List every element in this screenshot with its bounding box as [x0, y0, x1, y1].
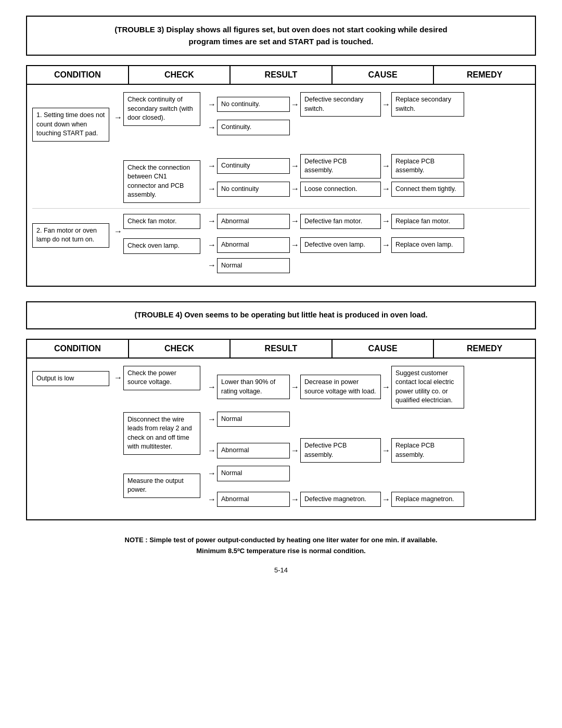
header-result-1: RESULT — [231, 66, 333, 85]
arrow-t4-c2a: → — [290, 446, 300, 455]
check1-block: Check continuity of secondary switch (wi… — [123, 92, 207, 126]
arrow-check1-res1a: → — [207, 100, 217, 109]
result-box-t4-3a: Abnormal — [217, 492, 290, 507]
check-t4-3: Measure the output power. — [123, 474, 207, 498]
remedy-box-fan: Replace fan motor. — [391, 214, 464, 229]
trouble3-group2: 2. Fan motor or oven lamp do not turn on… — [32, 208, 530, 274]
arrow-cond2-check: → — [113, 214, 123, 236]
arrow-t4-rem1a: → — [381, 382, 391, 392]
arrow-t4-r2b: → — [207, 469, 217, 478]
result-box-normal: Normal — [217, 258, 290, 274]
check-box-2: Check the connection between CN1 connect… — [123, 160, 200, 203]
result-row-normal: → Normal — [207, 258, 530, 274]
result-row-2b: → No continuity → Loose connection. → Co… — [207, 182, 530, 197]
remedy-box-2b: Connect them tightly. — [391, 182, 464, 197]
remedy-box-lamp: Replace oven lamp. — [391, 237, 464, 253]
result-cause-remedy-col2: → Abnormal → Defective fan motor. → Repl… — [207, 214, 530, 274]
arrow-t4-cond-check: → — [113, 366, 123, 382]
arrow-check2-res2a: → — [207, 161, 217, 171]
arrow-cause2a-remedy: → — [381, 161, 391, 171]
arrow-lamp-remedy: → — [381, 240, 391, 250]
check-connector-v — [123, 131, 207, 134]
header-condition-4: CONDITION — [27, 340, 129, 359]
page-number: 5-14 — [26, 566, 536, 574]
check-t4-2: Disconnect the wire leads from relay 2 a… — [123, 412, 207, 455]
trouble4-group1: Output is low → Check the power source v… — [32, 366, 530, 507]
result-row-t4-3a: → Abnormal → Defective magnetron. → Repl… — [207, 492, 530, 507]
arrow-t4-rem2a: → — [381, 446, 391, 455]
result-box-lamp: Abnormal — [217, 237, 290, 253]
check-col-t4: Check the power source voltage. Disconne… — [123, 366, 207, 498]
header-cause-1: CAUSE — [333, 66, 435, 85]
cause-box-fan: Defective fan motor. — [300, 214, 381, 229]
check-box-fanmotor: Check fan motor. — [123, 214, 200, 229]
result-row-1a: → No continuity. → Defective secondary s… — [207, 92, 530, 117]
arrow-fan-res: → — [207, 216, 217, 226]
check-box-t4-1: Check the power source voltage. — [123, 366, 200, 390]
note-text: NOTE : Simple test of power output-condu… — [26, 535, 536, 557]
arrow-t4-r2a: → — [207, 446, 217, 455]
arrow-fan-remedy: → — [381, 216, 391, 226]
check-box-t4-3: Measure the output power. — [123, 474, 200, 498]
result-row-ovenlamp: → Abnormal → Defective oven lamp. → Repl… — [207, 237, 530, 253]
trouble4-header-row: CONDITION CHECK RESULT CAUSE REMEDY — [26, 339, 536, 359]
arrow-check2-res2b: → — [207, 184, 217, 194]
check1-results: → No continuity. → Defective secondary s… — [207, 92, 530, 135]
result-row-t4-1b: → Normal — [207, 412, 530, 427]
arrow-t4-r1a: → — [207, 382, 217, 392]
condition-box-t4: Output is low — [32, 371, 109, 387]
check-box-1: Check continuity of secondary switch (wi… — [123, 92, 200, 126]
result-row-t4-1a: → Lower than 90% of rating voltage. → De… — [207, 366, 530, 408]
trouble3-diagram: 1. Setting time does not count down when… — [26, 85, 536, 287]
arrow-t4-c1a: → — [290, 382, 300, 392]
header-result-4: RESULT — [231, 340, 333, 359]
remedy-box-t4-1a: Suggest customer contact local electric … — [391, 366, 464, 408]
arrow-t4-rem3a: → — [381, 495, 391, 504]
remedy-box-t4-3a: Replace magnetron. — [391, 492, 464, 507]
remedy-box-t4-2a: Replace PCB assembly. — [391, 438, 464, 463]
cause-box-t4-1a: Decrease in power source voltage with lo… — [300, 375, 381, 399]
result-cause-remedy-t4: → Lower than 90% of rating voltage. → De… — [207, 366, 530, 507]
arrow-cause2b-remedy: → — [381, 184, 391, 194]
check-col-2: Check fan motor. Check oven lamp. — [123, 214, 207, 258]
arrow-fan-cause: → — [290, 216, 300, 226]
check-box-ovenlamp: Check oven lamp. — [123, 238, 200, 254]
trouble3-group1: 1. Setting time does not count down when… — [32, 92, 530, 203]
condition-box-2: 2. Fan motor or oven lamp do not turn on… — [32, 223, 109, 248]
arrow-check1-res1b: → — [207, 123, 217, 132]
condition-col-2: 2. Fan motor or oven lamp do not turn on… — [32, 214, 113, 248]
result-row-t4-2b: → Normal — [207, 466, 530, 481]
arrow-lamp-cause: → — [290, 240, 300, 250]
trouble4-title: (TROUBLE 4) Oven seems to be operating b… — [26, 301, 536, 329]
result-box-2a: Continuity — [217, 158, 290, 174]
result-row-t4-2a: → Abnormal → Defective PCB assembly. → R… — [207, 438, 530, 463]
condition-col-t4: Output is low — [32, 366, 113, 387]
cause-box-t4-3a: Defective magnetron. — [300, 492, 381, 507]
result-box-t4-2b: Normal — [217, 466, 290, 481]
check2-results: → Continuity → Defective PCB assembly. →… — [207, 154, 530, 197]
result-box-fan: Abnormal — [217, 214, 290, 229]
arrow-cause1a-remedy: → — [381, 100, 391, 109]
arrow-res1a-cause: → — [290, 100, 300, 109]
result-cause-remedy-col1: → No continuity. → Defective secondary s… — [207, 92, 530, 197]
arrow-lamp-res: → — [207, 240, 217, 250]
trouble3-header-row: CONDITION CHECK RESULT CAUSE REMEDY — [26, 65, 536, 85]
result-box-t4-1a: Lower than 90% of rating voltage. — [217, 375, 290, 399]
header-check-1: CHECK — [129, 66, 231, 85]
arrow-t4-c3a: → — [290, 495, 300, 504]
cause-box-lamp: Defective oven lamp. — [300, 237, 381, 253]
trouble4-diagram: Output is low → Check the power source v… — [26, 359, 536, 521]
arrow-normal-res: → — [207, 261, 217, 270]
cause-box-1a: Defective secondary switch. — [300, 92, 381, 117]
condition-box-1: 1. Setting time does not count down when… — [32, 108, 109, 142]
check-fanmotor: Check fan motor. — [123, 214, 207, 229]
check-ovenlamp: Check oven lamp. — [123, 238, 207, 254]
result-row-1b: → Continuity. — [207, 120, 530, 135]
header-remedy-1: REMEDY — [434, 66, 535, 85]
remedy-box-1a: Replace secondary switch. — [391, 92, 464, 117]
check2-block: Check the connection between CN1 connect… — [123, 160, 207, 203]
check-box-t4-2: Disconnect the wire leads from relay 2 a… — [123, 412, 200, 455]
result-box-t4-2a: Abnormal — [217, 443, 290, 458]
arrow-res2b-cause: → — [290, 184, 300, 194]
header-cause-4: CAUSE — [333, 340, 435, 359]
